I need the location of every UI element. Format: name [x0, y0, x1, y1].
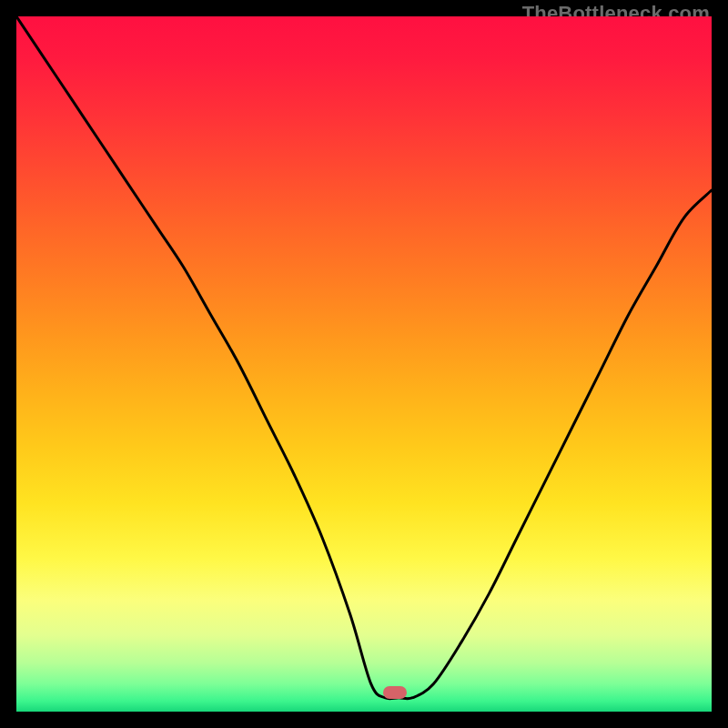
- plot-area: [16, 16, 712, 712]
- optimum-marker: [383, 686, 407, 699]
- chart-frame: TheBottleneck.com: [0, 0, 728, 728]
- bottleneck-curve: [16, 16, 712, 712]
